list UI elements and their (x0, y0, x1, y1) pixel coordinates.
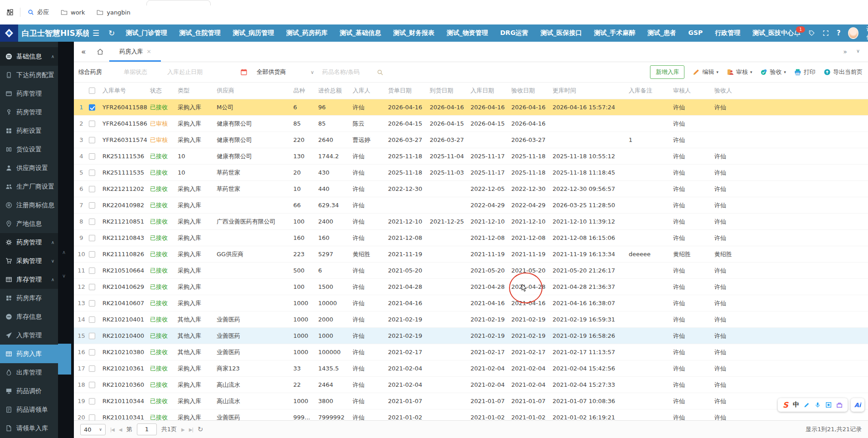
next-page-button[interactable]: ▶ (181, 427, 184, 432)
table-row[interactable]: 18RK210210360已接收采购入库高山流水222464许仙2021-02-… (74, 377, 868, 393)
table-row[interactable]: 12RK210410629已接收采购入库1001500许仙2021-04-282… (74, 279, 868, 295)
sidebar-item[interactable]: 供应商设置 (0, 159, 58, 177)
fullscreen-icon[interactable] (823, 29, 829, 37)
row-checkbox[interactable] (89, 121, 95, 127)
column-header[interactable]: 入库人 (351, 87, 386, 95)
column-header[interactable]: 入库备注 (627, 87, 671, 95)
column-header[interactable]: 审核人 (671, 87, 713, 95)
row-checkbox[interactable] (89, 104, 95, 111)
row-checkbox[interactable] (89, 137, 95, 143)
tab-pharmacy-inbound[interactable]: 药房入库 ✕ (116, 42, 155, 62)
table-row[interactable]: 15RK210210400已接收其他入库业善医药10001000许仙2021-0… (74, 328, 868, 344)
last-page-button[interactable]: ▶| (189, 427, 193, 432)
column-header[interactable]: 入库日期 (469, 87, 509, 95)
sidebar-item[interactable]: 出库管理 (0, 363, 58, 382)
nav-item[interactable]: 测试_门诊管理 (126, 29, 167, 37)
row-checkbox[interactable] (89, 333, 95, 339)
table-row[interactable]: 17RK210210361已接收采购入库商家123331435.5许仙2021-… (74, 360, 868, 377)
collapse-tabs-icon[interactable]: « (81, 47, 86, 56)
table-row[interactable]: 19RK210110344已接收采购入库高山流水10003800许仙2021-0… (74, 393, 868, 409)
drug-search-input[interactable]: 药品名称/条码 (322, 68, 371, 76)
sogou-logo-icon[interactable]: S (783, 400, 788, 409)
bookmark-bing[interactable]: 必应 (28, 8, 49, 16)
scroll-up-icon[interactable]: ∧ (62, 249, 66, 255)
column-header[interactable]: 到货日期 (428, 87, 469, 95)
column-header[interactable]: 验收人 (713, 87, 751, 95)
table-row[interactable]: 1YFR260411588已接收采购入库M公司696许仙2026-04-1620… (74, 99, 868, 116)
ime-screenshot-icon[interactable] (825, 402, 832, 408)
sidebar-item[interactable]: 注册商标信息 (0, 196, 58, 214)
row-checkbox[interactable] (89, 382, 95, 388)
column-header[interactable]: 类型 (176, 87, 215, 95)
column-header[interactable]: 品种 (291, 87, 316, 95)
column-header[interactable]: 供应商 (215, 87, 291, 95)
row-checkbox[interactable] (89, 219, 95, 225)
sidebar-item[interactable]: 库存管理∧ (0, 270, 58, 289)
prev-page-button[interactable]: ◀ (119, 427, 122, 432)
bookmark-folder[interactable]: work (61, 9, 85, 16)
column-header[interactable]: 验收日期 (509, 87, 551, 95)
close-tab-icon[interactable]: ✕ (146, 49, 151, 55)
home-icon[interactable] (97, 48, 104, 55)
bookmark-folder[interactable]: yangbin (97, 9, 130, 16)
row-checkbox[interactable] (89, 284, 95, 290)
table-row[interactable]: 9RK211210843已接收采购入库160160许仙2021-12-08202… (74, 230, 868, 246)
nav-item[interactable]: 测试_住院管理 (179, 29, 221, 37)
row-checkbox[interactable] (89, 251, 95, 258)
table-row[interactable]: 11RK210510664已接收采购入库5006许仙2021-05-202021… (74, 263, 868, 279)
row-checkbox[interactable] (89, 202, 95, 209)
row-checkbox[interactable] (89, 170, 95, 176)
nav-item[interactable]: DRG运营 (500, 29, 529, 37)
sidebar-item[interactable]: 药库管理 (0, 84, 58, 103)
ime-ai-button[interactable]: Ai (851, 398, 864, 412)
table-row[interactable]: 20RK210110341已接收采购入库业善医药999...7999992许仙2… (74, 409, 868, 420)
accept-button[interactable]: 验收▾ (760, 68, 786, 76)
nav-item[interactable]: GSP (688, 29, 703, 37)
sidebar-item[interactable]: 生产厂商设置 (0, 177, 58, 196)
row-checkbox[interactable] (89, 153, 95, 160)
sidebar-item[interactable]: 基础信息∧ (0, 47, 58, 66)
page-input[interactable]: 1 (137, 423, 157, 435)
sidebar-item[interactable]: 药房库存 (0, 289, 58, 307)
nav-item[interactable]: 测试_物资管理 (447, 29, 488, 37)
ime-toolbox-icon[interactable] (836, 402, 843, 408)
notifications-button[interactable]: 1 (794, 29, 801, 37)
column-header[interactable]: 状态 (148, 87, 176, 95)
table-row[interactable]: 4RK251111536已接收10健康有限公司1301744.2许仙2025-1… (74, 148, 868, 165)
help-icon[interactable]: ? (837, 29, 841, 37)
table-row[interactable]: 13RK210410607已接收采购入库100010000许仙2021-04-1… (74, 295, 868, 311)
sidebar-item[interactable]: 产地信息 (0, 214, 58, 233)
ime-language-mode[interactable]: 中 (793, 401, 799, 409)
ime-pen-icon[interactable] (804, 402, 810, 408)
pharmacy-select[interactable]: 综合药房 (78, 68, 120, 76)
first-page-button[interactable]: |◀ (110, 427, 114, 432)
column-header[interactable]: 进价总额 (316, 87, 351, 95)
date-range-filter[interactable]: 入库起止日期 (167, 68, 234, 76)
edit-button[interactable]: 编辑▾ (693, 68, 718, 76)
tab-menu-icon[interactable]: ∨ (856, 48, 860, 55)
ime-mic-icon[interactable] (815, 402, 821, 408)
sidebar-item[interactable]: 药房管理 (0, 103, 58, 122)
chevron-down-icon[interactable]: ∨ (310, 69, 314, 75)
table-row[interactable]: 7RK220410982已接收采购入库66629.34许仙2022-04-292… (74, 197, 868, 214)
export-button[interactable]: 导出当前页 (824, 68, 863, 76)
scrollbar-thumb[interactable] (58, 344, 71, 375)
audit-button[interactable]: 审核▾ (727, 68, 752, 76)
sidebar-item[interactable]: 药房入库 (0, 345, 58, 363)
sidebar-item[interactable]: 药品请领单 (0, 400, 58, 419)
add-inbound-button[interactable]: 新增入库 (650, 65, 684, 79)
avatar[interactable] (848, 27, 858, 39)
nav-item[interactable]: 测试_医保接口 (540, 29, 582, 37)
reload-icon[interactable]: ↻ (198, 425, 204, 433)
table-row[interactable]: 8RK211210851已接收采购入库广西业善医药有限公司1002400许仙20… (74, 214, 868, 230)
sidebar-item[interactable]: 采购管理∨ (0, 252, 58, 270)
calendar-icon[interactable] (240, 68, 247, 76)
status-filter[interactable]: 单据状态 (124, 68, 167, 76)
nav-item[interactable]: 测试_财务报表 (393, 29, 435, 37)
sidebar-item[interactable]: 药柜设置 (0, 122, 58, 140)
print-button[interactable]: 打印 (794, 68, 815, 76)
sidebar-item[interactable]: 入库管理 (0, 326, 58, 345)
row-checkbox[interactable] (89, 398, 95, 404)
sidebar-item[interactable]: 请领单入库 (0, 419, 58, 438)
page-size-select[interactable]: 40∨ (80, 424, 106, 435)
